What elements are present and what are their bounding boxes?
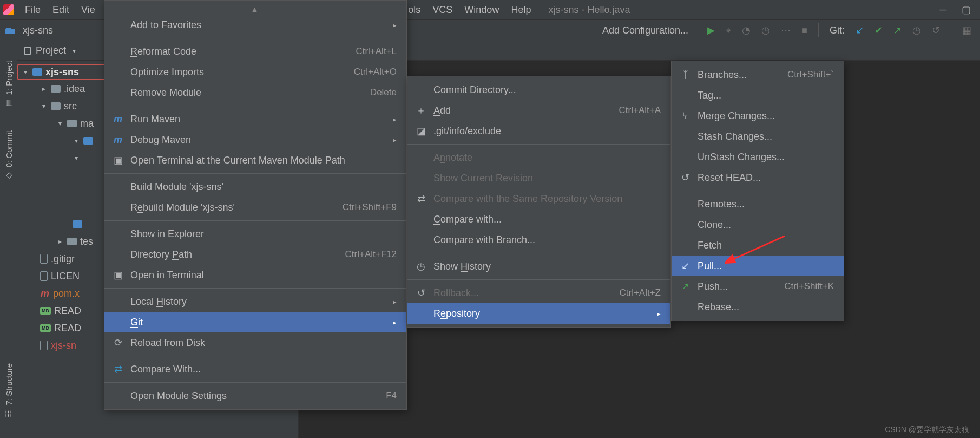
profile-icon[interactable]: ◷ bbox=[758, 24, 773, 36]
clock-icon: ◷ bbox=[415, 260, 427, 272]
separator bbox=[104, 356, 406, 356]
menu-remove-module[interactable]: Remove ModuleDelete bbox=[104, 82, 406, 103]
divider bbox=[696, 23, 696, 37]
menu-git-add[interactable]: ＋AddCtrl+Alt+A bbox=[407, 100, 670, 121]
menu-optimize[interactable]: Optimize ImportsCtrl+Alt+O bbox=[104, 62, 406, 82]
menu-scroll-up-icon[interactable]: ▴ bbox=[104, 4, 406, 15]
menu-compare-with[interactable]: ⇄Compare With... bbox=[104, 359, 406, 380]
coverage-icon[interactable]: ◔ bbox=[739, 24, 754, 36]
window-maximize-icon[interactable]: ▢ bbox=[955, 4, 977, 16]
menu-open-module-settings[interactable]: Open Module SettingsF4 bbox=[104, 385, 406, 406]
folder-icon bbox=[67, 120, 77, 127]
menu-help[interactable]: Help bbox=[505, 2, 536, 18]
menu-commit-directory[interactable]: Commit Directory... bbox=[407, 80, 670, 100]
menu-stash[interactable]: Stash Changes... bbox=[672, 126, 844, 147]
window-minimize-icon[interactable]: ─ bbox=[932, 4, 954, 16]
menu-directory-path[interactable]: Directory PathCtrl+Alt+F12 bbox=[104, 244, 406, 265]
toolwindow-structure[interactable]: ☷7: Structure bbox=[2, 360, 15, 422]
folder-icon bbox=[73, 220, 82, 228]
file-icon bbox=[40, 254, 48, 264]
diff-icon: ⇄ bbox=[112, 363, 124, 375]
menu-build-module[interactable]: Build Module 'xjs-sns' bbox=[104, 176, 406, 197]
menu-git-exclude[interactable]: ◪.git/info/exclude bbox=[407, 121, 670, 141]
menu-fetch[interactable]: Fetch bbox=[672, 235, 844, 256]
menu-local-history[interactable]: Local History▸ bbox=[104, 291, 406, 312]
menu-edit[interactable]: Edit bbox=[47, 2, 75, 18]
menu-show-revision: Show Current Revision bbox=[407, 168, 670, 188]
divider bbox=[818, 23, 819, 37]
breadcrumb[interactable]: xjs-sns bbox=[23, 25, 53, 36]
separator bbox=[104, 220, 406, 221]
menu-open-terminal[interactable]: ▣Open in Terminal bbox=[104, 265, 406, 285]
folder-icon bbox=[51, 85, 61, 93]
maven-icon: m bbox=[112, 114, 124, 125]
menu-show-history[interactable]: ◷Show History bbox=[407, 256, 670, 277]
menu-git[interactable]: Git▸ bbox=[104, 312, 406, 332]
git-history-icon[interactable]: ◷ bbox=[909, 24, 924, 36]
maven-debug-icon: m bbox=[112, 134, 124, 146]
menu-unstash[interactable]: UnStash Changes... bbox=[672, 147, 844, 167]
plus-icon: ＋ bbox=[415, 104, 427, 117]
menu-vcs[interactable]: VCS bbox=[427, 2, 458, 18]
undo-icon: ↺ bbox=[415, 287, 427, 299]
menu-rollback: ↺Rollback...Ctrl+Alt+Z bbox=[407, 283, 670, 303]
menu-reload-disk[interactable]: ⟳Reload from Disk bbox=[104, 332, 406, 353]
menu-open-terminal-maven[interactable]: ▣Open Terminal at the Current Maven Modu… bbox=[104, 150, 406, 171]
menu-push[interactable]: ↗Push...Ctrl+Shift+K bbox=[672, 276, 844, 297]
menu-branches[interactable]: ᛉBranches...Ctrl+Shift+` bbox=[672, 64, 844, 85]
menu-debug-maven[interactable]: mDebug Maven▸ bbox=[104, 129, 406, 150]
menu-file[interactable]: File bbox=[19, 2, 46, 18]
git-push-icon[interactable]: ↗ bbox=[890, 24, 905, 36]
terminal-icon: ▣ bbox=[112, 269, 124, 281]
stop-icon[interactable]: ■ bbox=[798, 25, 811, 36]
git-rollback-icon[interactable]: ↺ bbox=[929, 24, 943, 36]
chevron-down-icon[interactable]: ▾ bbox=[73, 47, 76, 55]
menu-pull[interactable]: ↙Pull... bbox=[672, 256, 844, 276]
reload-icon: ⟳ bbox=[112, 337, 124, 349]
menu-compare-with[interactable]: Compare with... bbox=[407, 209, 670, 230]
menu-merge[interactable]: ⑂Merge Changes... bbox=[672, 106, 844, 126]
exclude-icon: ◪ bbox=[415, 125, 427, 137]
attach-icon[interactable]: ⋯ bbox=[778, 24, 794, 36]
menu-rebuild-module[interactable]: Rebuild Module 'xjs-sns'Ctrl+Shift+F9 bbox=[104, 197, 406, 218]
divider bbox=[951, 23, 951, 37]
separator bbox=[104, 106, 406, 106]
separator bbox=[104, 173, 406, 174]
menu-rebase[interactable]: Rebase... bbox=[672, 297, 844, 317]
menu-reset-head[interactable]: ↺Reset HEAD... bbox=[672, 167, 844, 188]
separator bbox=[407, 253, 670, 253]
folder-icon bbox=[67, 238, 77, 245]
debug-icon[interactable]: ⌖ bbox=[722, 25, 734, 36]
toolwindow-project[interactable]: ▤1: Project bbox=[2, 57, 15, 111]
app-logo-icon bbox=[3, 4, 14, 15]
separator bbox=[104, 382, 406, 383]
folder-icon bbox=[83, 137, 93, 145]
markdown-icon: MD bbox=[40, 307, 51, 315]
menu-window[interactable]: Window bbox=[459, 2, 504, 18]
add-configuration-button[interactable]: Add Configuration... bbox=[602, 25, 688, 36]
menu-repository[interactable]: Repository▸ bbox=[407, 303, 670, 324]
window-title: xjs-sns - Hello.java bbox=[548, 4, 630, 16]
menu-view[interactable]: Vie bbox=[76, 2, 101, 18]
separator bbox=[407, 279, 670, 280]
menu-reformat[interactable]: Reformat CodeCtrl+Alt+L bbox=[104, 41, 406, 62]
git-update-icon[interactable]: ↙ bbox=[852, 24, 867, 36]
menu-remotes[interactable]: Remotes... bbox=[672, 194, 844, 214]
git-commit-icon[interactable]: ✔ bbox=[871, 24, 886, 36]
folder-icon bbox=[32, 68, 42, 76]
toolwindow-commit[interactable]: ◇0: Commit bbox=[2, 127, 15, 184]
left-tool-strip: ▤1: Project ◇0: Commit ☷7: Structure bbox=[0, 41, 17, 438]
context-menu: ▴ Add to Favorites▸ Reformat CodeCtrl+Al… bbox=[104, 0, 407, 410]
menu-tag[interactable]: Tag... bbox=[672, 85, 844, 106]
push-icon: ↗ bbox=[679, 280, 691, 292]
menu-compare-branch[interactable]: Compare with Branch... bbox=[407, 230, 670, 250]
menu-show-explorer[interactable]: Show in Explorer bbox=[104, 224, 406, 244]
menu-run-maven[interactable]: mRun Maven▸ bbox=[104, 109, 406, 129]
menu-add-favorites[interactable]: Add to Favorites▸ bbox=[104, 15, 406, 35]
menu-clone[interactable]: Clone... bbox=[672, 214, 844, 235]
run-icon[interactable]: ▶ bbox=[704, 24, 718, 36]
ide-settings-icon[interactable]: ▦ bbox=[959, 24, 975, 36]
pull-icon: ↙ bbox=[679, 260, 691, 272]
branch-icon: ᛉ bbox=[679, 69, 691, 81]
separator bbox=[104, 288, 406, 289]
